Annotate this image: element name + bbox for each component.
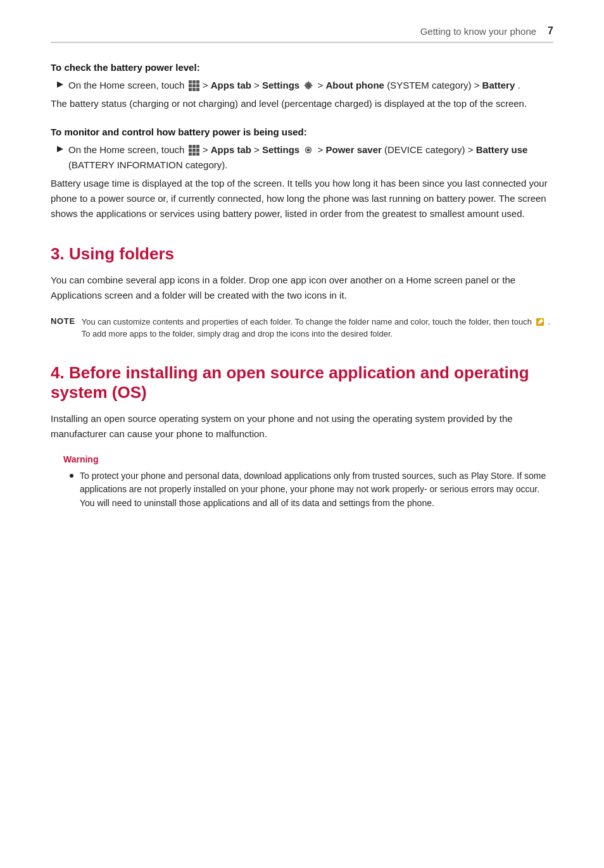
warning-text: To protect your phone and personal data,… bbox=[80, 469, 553, 511]
section4-title: 4. Before installing an open source appl… bbox=[51, 363, 553, 402]
svg-rect-18 bbox=[189, 152, 192, 156]
svg-rect-12 bbox=[189, 145, 192, 148]
apps-tab-label-2: Apps tab bbox=[211, 144, 251, 155]
text-gt-2: > bbox=[254, 80, 262, 90]
section-monitor-battery: To monitor and control how battery power… bbox=[51, 127, 553, 221]
text-system: (SYSTEM category) > bbox=[387, 80, 482, 90]
section4-description: Installing an open source operating syst… bbox=[51, 411, 553, 442]
text-home-screen-1: On the Home screen, touch bbox=[68, 80, 187, 90]
settings-label-2: Settings bbox=[262, 144, 299, 155]
gear-icon-2 bbox=[303, 144, 314, 156]
section1-heading: To check the battery power level: bbox=[51, 62, 553, 73]
svg-rect-8 bbox=[196, 88, 199, 91]
bullet-arrow-2: ▶ bbox=[57, 144, 63, 153]
svg-rect-0 bbox=[189, 80, 192, 84]
page: Getting to know your phone 7 To check th… bbox=[0, 0, 604, 868]
svg-rect-6 bbox=[189, 88, 192, 91]
warning-label: Warning bbox=[63, 454, 553, 464]
svg-rect-17 bbox=[196, 149, 199, 152]
section1-bullet: ▶ On the Home screen, touch > Apps tab bbox=[57, 78, 553, 92]
text-gt-4: > bbox=[203, 144, 211, 155]
warning-bullet: To protect your phone and personal data,… bbox=[70, 469, 553, 511]
text-home-screen-2: On the Home screen, touch bbox=[68, 144, 187, 155]
note-text-part1: You can customize contents and propertie… bbox=[82, 317, 532, 326]
text-period-1: . bbox=[517, 80, 520, 90]
svg-rect-2 bbox=[196, 80, 199, 84]
settings-label-1: Settings bbox=[262, 80, 299, 90]
battery-use-label: Battery use bbox=[476, 144, 528, 155]
section-open-source: 4. Before installing an open source appl… bbox=[51, 363, 553, 511]
text-gt-5: > bbox=[254, 144, 262, 155]
section3-description: You can combine several app icons in a f… bbox=[51, 273, 553, 303]
svg-rect-3 bbox=[189, 84, 192, 87]
about-label-1: About phone bbox=[325, 80, 384, 90]
svg-point-22 bbox=[307, 149, 310, 152]
header-title: Getting to know your phone bbox=[420, 26, 536, 37]
warning-dot bbox=[70, 474, 73, 478]
grid-icon-1 bbox=[188, 80, 199, 91]
text-device: (DEVICE category) > bbox=[384, 144, 476, 155]
gear-icon-1 bbox=[303, 80, 314, 91]
svg-rect-13 bbox=[192, 145, 196, 148]
svg-rect-1 bbox=[192, 80, 196, 84]
section1-description: The battery status (charging or not char… bbox=[51, 96, 553, 111]
grid-icon-2 bbox=[188, 144, 199, 156]
text-gt-6: > bbox=[318, 144, 326, 155]
text-gt-1: > bbox=[203, 80, 211, 90]
section2-bullet-text: On the Home screen, touch > Apps tab > bbox=[68, 142, 553, 172]
svg-rect-15 bbox=[189, 149, 192, 152]
svg-rect-4 bbox=[192, 84, 196, 87]
section-check-battery: To check the battery power level: ▶ On t… bbox=[51, 62, 553, 111]
section-using-folders: 3. Using folders You can combine several… bbox=[51, 244, 553, 340]
note-label: NOTE bbox=[51, 316, 75, 326]
section1-bullet-text: On the Home screen, touch > Apps tab > bbox=[68, 78, 520, 92]
svg-rect-5 bbox=[196, 84, 199, 87]
bullet-arrow-1: ▶ bbox=[57, 79, 63, 89]
page-number: 7 bbox=[548, 25, 553, 37]
text-gt-3: > bbox=[318, 80, 326, 90]
section3-title: 3. Using folders bbox=[51, 244, 553, 264]
svg-point-11 bbox=[307, 84, 310, 87]
text-battery-info: (BATTERY INFORMATION category). bbox=[68, 159, 227, 170]
edit-icon bbox=[536, 318, 544, 326]
page-header: Getting to know your phone 7 bbox=[51, 25, 553, 43]
svg-rect-7 bbox=[192, 88, 196, 91]
apps-tab-label-1: Apps tab bbox=[211, 80, 251, 90]
battery-label-1: Battery bbox=[482, 80, 515, 90]
section2-description: Battery usage time is displayed at the t… bbox=[51, 176, 553, 221]
section2-bullet: ▶ On the Home screen, touch > Apps tab bbox=[57, 142, 553, 172]
svg-rect-14 bbox=[196, 145, 199, 148]
power-saver-label: Power saver bbox=[325, 144, 381, 155]
section2-heading: To monitor and control how battery power… bbox=[51, 127, 553, 137]
svg-rect-19 bbox=[192, 152, 196, 156]
note-text: You can customize contents and propertie… bbox=[82, 316, 553, 340]
svg-rect-16 bbox=[192, 149, 196, 152]
note-block: NOTE You can customize contents and prop… bbox=[51, 316, 553, 340]
svg-rect-20 bbox=[196, 152, 199, 156]
